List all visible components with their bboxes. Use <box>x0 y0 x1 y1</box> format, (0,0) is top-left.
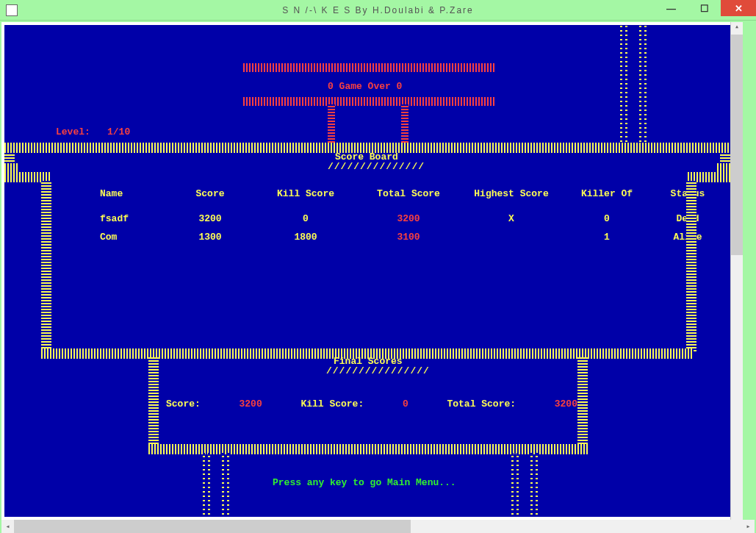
final-total-label: Total Score: <box>447 398 516 409</box>
gameover-border-bottom <box>243 97 494 106</box>
app-icon <box>6 4 18 16</box>
col-high: Highest Score <box>460 188 563 199</box>
scoreboard-header-row: Name Score Kill Score Total Score Highes… <box>56 188 688 199</box>
scoreboard-row: fsadf 3200 0 3200 X 0 Dead <box>56 213 688 224</box>
border-line <box>686 181 696 351</box>
cell-total: 3200 <box>357 213 460 224</box>
border-line <box>148 357 159 447</box>
level-value: 1/10 <box>107 126 130 137</box>
scroll-up-icon[interactable]: ▴ <box>731 22 743 35</box>
border-line <box>530 453 538 517</box>
scoreboard-hatch: /////////////// <box>328 161 425 172</box>
final-score-label: Score: <box>166 398 201 409</box>
scroll-thumb[interactable] <box>14 520 411 533</box>
window-title: S N /-\ K E S By H.Doulabi & P.Zare <box>282 5 474 15</box>
game-over-text: 0 Game Over 0 <box>328 81 402 92</box>
cell-score: 3200 <box>166 213 254 224</box>
scoreboard-row: Com 1300 1800 3100 1 Alive <box>56 232 688 243</box>
final-total-value: 3200 <box>555 398 577 409</box>
col-score: Score <box>166 188 254 199</box>
cell-killer: 1 <box>563 232 651 243</box>
titlebar: S N /-\ K E S By H.Doulabi & P.Zare — ☐ … <box>0 0 756 21</box>
gameover-border-top <box>243 63 494 72</box>
scroll-left-icon[interactable]: ◂ <box>1 522 14 531</box>
final-score-value: 3200 <box>240 398 262 409</box>
col-total: Total Score <box>357 188 460 199</box>
prompt-text: Press any key to go Main Menu... <box>273 477 456 488</box>
final-scores-row: Score: 3200 Kill Score: 0 Total Score: 3… <box>166 398 577 409</box>
vertical-scrollbar[interactable]: ▴ <box>730 22 743 520</box>
cell-name: fsadf <box>56 213 166 224</box>
border-line <box>620 25 627 146</box>
cell-total: 3100 <box>357 232 460 243</box>
col-kill: Kill Score <box>254 188 357 199</box>
game-console[interactable]: 0 Game Over 0 Level: 1/10 Score Board //… <box>4 25 730 517</box>
client-area: 0 Game Over 0 Level: 1/10 Score Board //… <box>1 22 743 520</box>
cell-high: X <box>460 213 563 224</box>
minimize-button[interactable]: — <box>655 0 688 16</box>
scroll-thumb[interactable] <box>731 35 743 255</box>
col-name: Name <box>56 188 166 199</box>
cell-score: 1300 <box>166 232 254 243</box>
cell-high <box>460 232 563 243</box>
horizontal-scrollbar[interactable]: ◂ ▸ <box>1 520 755 533</box>
final-kill-label: Kill Score: <box>300 398 364 409</box>
col-killer: Killer Of <box>563 188 651 199</box>
close-button[interactable]: ✕ <box>721 0 756 16</box>
gameover-pillar <box>401 104 408 146</box>
maximize-button[interactable]: ☐ <box>688 0 721 16</box>
gameover-pillar <box>328 104 335 146</box>
scroll-right-icon[interactable]: ▸ <box>742 522 755 531</box>
cell-kill: 0 <box>254 213 357 224</box>
border-line <box>203 453 210 517</box>
border-line <box>222 453 229 517</box>
divider <box>148 444 588 454</box>
cell-kill: 1800 <box>254 232 357 243</box>
final-hatch: //////////////// <box>326 365 430 376</box>
border-line <box>639 25 647 146</box>
final-kill-value: 0 <box>403 398 408 409</box>
cell-killer: 0 <box>563 213 651 224</box>
cell-name: Com <box>56 232 166 243</box>
border-line <box>577 357 588 447</box>
border-line <box>511 453 519 517</box>
level-label: Level: <box>56 126 90 137</box>
border-line <box>41 181 51 351</box>
